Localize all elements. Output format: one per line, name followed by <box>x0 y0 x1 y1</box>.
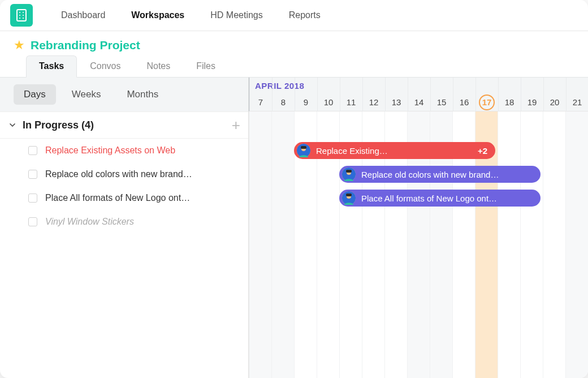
assignee-avatar <box>342 167 356 181</box>
project-header: ★ Rebranding Project Tasks Convos Notes … <box>0 31 588 77</box>
nav-reports[interactable]: Reports <box>278 6 332 25</box>
timeline-bar-label: Replace old colors with new brand… <box>361 170 533 179</box>
timeline-day-cell[interactable]: 18 <box>498 93 521 111</box>
timeline-day-cell[interactable]: 11 <box>340 93 362 111</box>
timeline-day-cell[interactable]: 10 <box>317 93 340 111</box>
timeline-day-cell[interactable]: 14 <box>408 93 430 111</box>
timeline-day-cell[interactable]: 21 <box>566 93 588 111</box>
group-title: In Progress (4) <box>23 119 227 131</box>
view-switch: Days Weeks Months <box>0 78 248 111</box>
group-header[interactable]: In Progress (4) + <box>0 111 248 139</box>
tab-files[interactable]: Files <box>183 55 228 78</box>
task-row[interactable]: Vinyl Window Stickers <box>0 210 248 234</box>
assignee-avatar <box>297 144 310 157</box>
timeline-body[interactable]: Replace Existing…+2Replace old colors wi… <box>249 111 588 378</box>
task-list-pane: Days Weeks Months In Progress (4) + Repl… <box>0 78 249 378</box>
app-logo[interactable] <box>10 4 33 27</box>
timeline-day-cell[interactable]: 15 <box>430 93 453 111</box>
timeline-bar-label: Place All formats of New Logo ont… <box>361 194 533 203</box>
nav-hd-meetings[interactable]: HD Meetings <box>199 6 274 25</box>
assignee-avatar <box>342 191 356 205</box>
app-window: Dashboard Workspaces HD Meetings Reports… <box>0 0 588 378</box>
view-weeks[interactable]: Weeks <box>62 84 111 105</box>
task-row[interactable]: Replace old colors with new brand… <box>0 162 248 186</box>
star-icon[interactable]: ★ <box>14 38 25 53</box>
timeline-bar[interactable]: Place All formats of New Logo ont… <box>339 190 541 207</box>
task-label: Replace Existing Assets on Web <box>45 145 175 156</box>
timeline-day-cell[interactable]: 19 <box>521 93 543 111</box>
svg-rect-9 <box>301 146 306 149</box>
timeline-period-label: APRIL 2018 <box>255 81 304 91</box>
task-checkbox[interactable] <box>28 194 37 203</box>
tab-notes[interactable]: Notes <box>133 55 183 78</box>
timeline-bar[interactable]: Replace Existing…+2 <box>294 142 495 159</box>
timeline-header: APRIL 2018 789101112131415161718192021 <box>249 78 588 111</box>
task-label: Replace old colors with new brand… <box>45 169 192 179</box>
top-nav: Dashboard Workspaces HD Meetings Reports <box>0 0 588 31</box>
svg-rect-12 <box>346 170 352 173</box>
timeline-day-cell[interactable]: 12 <box>362 93 385 111</box>
nav-workspaces[interactable]: Workspaces <box>120 6 196 25</box>
task-row[interactable]: Replace Existing Assets on Web <box>0 139 248 162</box>
timeline-day-cell[interactable]: 8 <box>272 93 295 111</box>
timeline-day-cell[interactable]: 17 <box>475 93 498 111</box>
project-title: Rebranding Project <box>31 38 140 52</box>
timeline-day-cell[interactable]: 16 <box>453 93 475 111</box>
view-days[interactable]: Days <box>14 84 56 105</box>
building-icon <box>15 8 28 22</box>
timeline-day-cell[interactable]: 20 <box>543 93 566 111</box>
task-label: Vinyl Window Stickers <box>45 217 134 227</box>
main-split: Days Weeks Months In Progress (4) + Repl… <box>0 77 588 378</box>
timeline-day-cell[interactable]: 9 <box>295 93 317 111</box>
tab-convos[interactable]: Convos <box>77 55 133 78</box>
svg-rect-15 <box>346 194 352 196</box>
task-label: Place All formats of New Logo ont… <box>45 193 190 203</box>
timeline-bar-extra-count: +2 <box>478 146 487 156</box>
task-checkbox[interactable] <box>28 146 37 155</box>
timeline-day-cell[interactable]: 7 <box>249 93 272 111</box>
chevron-down-icon <box>7 119 18 131</box>
task-checkbox[interactable] <box>28 217 37 226</box>
nav-dashboard[interactable]: Dashboard <box>50 6 116 25</box>
add-task-button[interactable]: + <box>232 118 240 132</box>
timeline-bar[interactable]: Replace old colors with new brand… <box>339 166 541 183</box>
task-checkbox[interactable] <box>28 170 37 179</box>
project-tabs: Tasks Convos Notes Files <box>14 55 574 77</box>
tab-tasks[interactable]: Tasks <box>26 55 77 78</box>
timeline-bar-label: Replace Existing… <box>316 146 472 156</box>
timeline-day-cell[interactable]: 13 <box>385 93 408 111</box>
timeline-day-row: 789101112131415161718192021 <box>249 93 588 111</box>
task-row[interactable]: Place All formats of New Logo ont… <box>0 186 248 210</box>
view-months[interactable]: Months <box>116 84 168 105</box>
svg-rect-0 <box>17 10 26 21</box>
timeline-pane: APRIL 2018 789101112131415161718192021 R… <box>249 78 588 378</box>
